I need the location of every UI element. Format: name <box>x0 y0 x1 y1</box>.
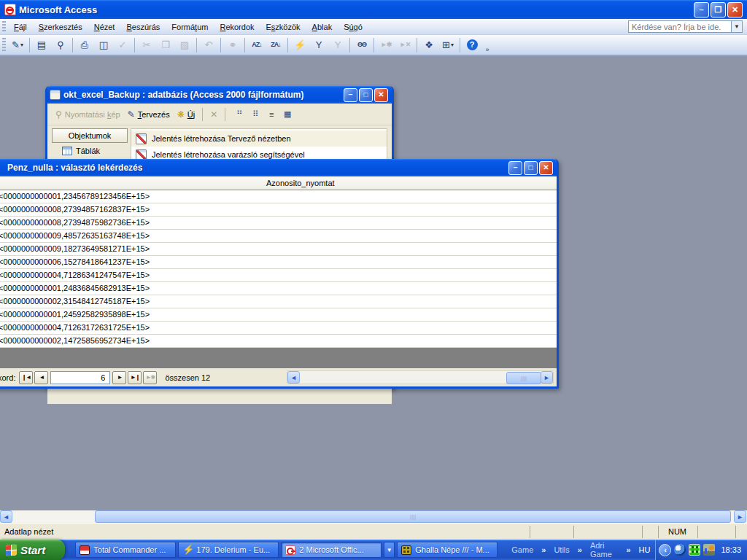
query-row[interactable]: <0000000000004,71263172631725E+15> <box>0 322 557 335</box>
query-row[interactable]: <0000000000009,18273649581271E+15> <box>0 243 557 256</box>
toolbar-insert-hyperlink-button[interactable]: ⚭ <box>224 36 241 53</box>
start-button[interactable]: Start <box>0 540 65 560</box>
query-row[interactable]: <0000000000009,48572635163748E+15> <box>0 230 557 243</box>
menu-beszuras[interactable]: Beszúrás <box>120 20 166 34</box>
db-list-item[interactable]: Jelentés létrehozása Tervező nézetben <box>131 131 387 147</box>
task-group-dropdown-button[interactable]: ▼ <box>384 542 395 558</box>
taskbar-task-total-commander[interactable]: Total Commander ... <box>75 542 176 558</box>
menu-sugo[interactable]: Súgó <box>338 20 368 34</box>
query-close-button[interactable]: ✕ <box>539 161 553 175</box>
toolbar-cut-button[interactable]: ✂ <box>138 36 155 53</box>
toolbar-delete-record-button[interactable]: ►✕ <box>396 36 414 53</box>
toolbar-file-search-button[interactable]: ⚲ <box>52 36 69 53</box>
query-row[interactable]: <0000000000008,27394857162837E+15> <box>0 203 557 217</box>
toolbar-chevron-icon[interactable]: » <box>538 545 549 554</box>
toolbar-filter-by-form-button[interactable]: Y <box>310 36 328 53</box>
menu-formatum[interactable]: Formátum <box>166 20 214 34</box>
menu-rekordok[interactable]: Rekordok <box>214 20 260 34</box>
large-icons-button[interactable]: ⠛ <box>232 107 247 121</box>
query-row[interactable]: <0000000000004,71286341247547E+15> <box>0 269 557 282</box>
scroll-right-icon[interactable]: ► <box>734 510 746 523</box>
query-minimize-button[interactable]: – <box>508 161 522 175</box>
delete-button[interactable]: ✕ <box>206 109 221 120</box>
mosaic-tray-icon[interactable] <box>689 544 700 556</box>
db-close-button[interactable]: ✕ <box>374 88 388 102</box>
query-window[interactable]: Penz_nulla : választó lekérdezés – □ ✕ A… <box>0 159 559 389</box>
toolbar-view-design-button[interactable]: ✎▾ <box>9 36 26 53</box>
toolbar-options-chevron[interactable]: » <box>483 36 492 53</box>
toolbar-help-button[interactable]: ? <box>463 36 481 53</box>
menu-szerkesztes[interactable]: Szerkesztés <box>33 20 88 34</box>
media-player-tray-icon[interactable] <box>674 544 686 556</box>
query-maximize-button[interactable]: □ <box>524 161 538 175</box>
scrollbar-thumb[interactable] <box>506 372 541 384</box>
db-minimize-button[interactable]: – <box>344 88 357 102</box>
new-record-button[interactable]: ►✱ <box>143 371 157 384</box>
query-row[interactable]: <0000000000001,23456789123456E+15> <box>0 190 557 203</box>
taskbar-toolbar-game[interactable]: Game <box>509 545 535 554</box>
last-record-button[interactable]: ►❙ <box>128 371 142 384</box>
toolbar-print-preview-button[interactable]: ◫ <box>95 36 112 53</box>
database-window-titlebar[interactable]: okt_excel_Backup : adatbázis (Access 200… <box>47 86 392 104</box>
list-view-button[interactable]: ≡ <box>264 107 279 121</box>
toolbar-filter-by-selection-button[interactable]: ⚡ <box>291 36 309 53</box>
db-maximize-button[interactable]: □ <box>359 88 373 102</box>
menu-fajl[interactable]: Fájl <box>8 20 33 34</box>
toolbar-undo-button[interactable]: ↶ <box>200 36 217 53</box>
menu-nezet[interactable]: Nézet <box>88 20 121 34</box>
menu-ablak[interactable]: Ablak <box>306 20 338 34</box>
toolbar-sort-descending-button[interactable]: ZA↓ <box>267 36 285 53</box>
query-row[interactable]: <0000000000008,27394875982736E+15> <box>0 217 557 230</box>
query-horizontal-scrollbar[interactable]: ◄ ► <box>287 370 554 384</box>
help-search-input[interactable] <box>628 20 732 33</box>
workspace-horizontal-scrollbar[interactable]: ◄ ► <box>0 510 747 523</box>
toolbar-save-button[interactable]: ▤ <box>33 36 50 53</box>
scrollbar-thumb[interactable] <box>95 510 731 523</box>
taskbar-toolbar-utils[interactable]: Utils <box>551 545 571 554</box>
toolbar-print-button[interactable]: ⎙ <box>76 36 93 53</box>
query-row[interactable]: <0000000000002,31548412745187E+15> <box>0 295 557 308</box>
objects-item-tables[interactable]: Táblák <box>52 143 128 158</box>
column-header[interactable]: Azonosito_nyomtat <box>0 176 557 190</box>
query-row[interactable]: <0000000000002,14725856952734E+15> <box>0 335 557 348</box>
query-window-titlebar[interactable]: Penz_nulla : választó lekérdezés – □ ✕ <box>0 159 557 176</box>
toolbar-apply-filter-button[interactable]: Y <box>329 36 347 53</box>
next-record-button[interactable]: ► <box>112 371 126 384</box>
toolbar-sort-ascending-button[interactable]: AZ↓ <box>248 36 266 53</box>
toolbar-new-object-button[interactable]: ⊞▾ <box>439 36 457 53</box>
first-record-button[interactable]: ❙◄ <box>19 371 33 384</box>
design-button[interactable]: ✎ Tervezés <box>124 109 174 120</box>
close-button[interactable]: ✕ <box>727 2 743 18</box>
taskbar-task-delerium[interactable]: 179. Delerium - Eu... <box>178 542 279 558</box>
hide-tray-icons-button[interactable]: ‹ <box>659 544 671 556</box>
taskbar-toolbar-adri-game[interactable]: Adri Game <box>588 541 621 559</box>
toolbar-new-record-button[interactable]: ►✱ <box>377 36 395 53</box>
scroll-left-icon[interactable]: ◄ <box>0 510 12 523</box>
restore-button[interactable]: ❐ <box>711 2 726 18</box>
taskbar-task-microsoft-office[interactable]: 2 Microsoft Offic... <box>281 542 382 558</box>
toolbar-find-button[interactable]: ΘΘ <box>353 36 371 53</box>
query-row[interactable]: <0000000000001,24836845682913E+15> <box>0 282 557 295</box>
current-record-input[interactable] <box>50 371 110 384</box>
user-chart-tray-icon[interactable] <box>703 544 715 556</box>
minimize-button[interactable]: – <box>694 2 709 18</box>
details-view-button[interactable]: ▦ <box>280 107 295 121</box>
toolbar-paste-button[interactable]: ▨ <box>176 36 193 53</box>
small-icons-button[interactable]: ⠿ <box>248 107 263 121</box>
toolbar-copy-button[interactable]: ❐ <box>157 36 174 53</box>
new-button[interactable]: ❋ Új <box>174 109 198 120</box>
help-search-caret-icon[interactable]: ▼ <box>732 20 743 33</box>
language-indicator[interactable]: HU <box>634 545 656 554</box>
query-row[interactable]: <0000000000001,24592582935898E+15> <box>0 308 557 322</box>
objects-header-button[interactable]: Objektumok <box>52 128 128 143</box>
scroll-right-icon[interactable]: ► <box>541 371 553 384</box>
toolbar-grip[interactable] <box>2 38 6 52</box>
print-preview-button[interactable]: ⚲ Nyomtatási kép <box>52 109 124 120</box>
taskbar-task-ghalla-nepe[interactable]: Ghalla Népe /// - M... <box>397 542 498 558</box>
toolbar-chevron-icon[interactable]: » <box>575 545 585 554</box>
query-row[interactable]: <0000000000006,15278418641237E+15> <box>0 256 557 269</box>
scroll-left-icon[interactable]: ◄ <box>287 371 300 384</box>
toolbar-database-window-button[interactable]: ❖ <box>420 36 438 53</box>
toolbar-spelling-button[interactable]: ✓ <box>114 36 131 53</box>
menu-eszkozok[interactable]: Eszközök <box>260 20 306 34</box>
